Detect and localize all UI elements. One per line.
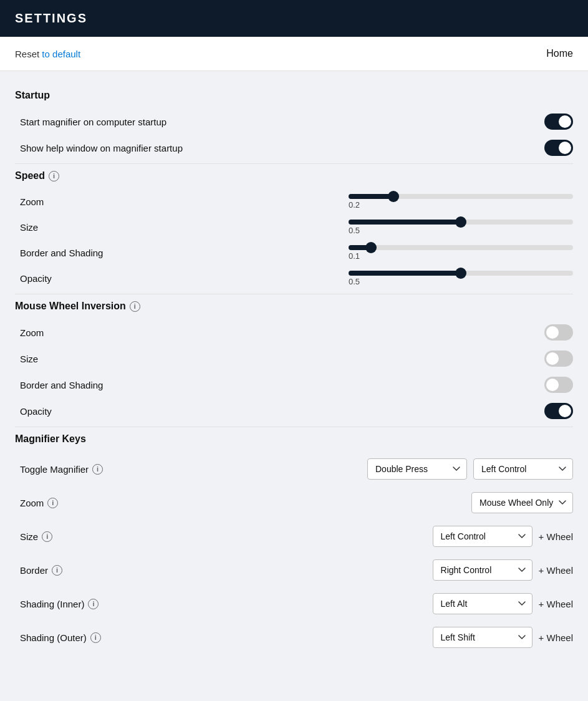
speed-size-label: Size (20, 222, 38, 233)
magkeys-shading-inner-plus-wheel: + Wheel (539, 599, 573, 609)
mwi-border-label: Border and Shading (20, 380, 103, 390)
home-link[interactable]: Home (546, 48, 573, 59)
startup-section-title: Startup (15, 90, 573, 101)
magkeys-zoom-row: Zoom i Mouse Wheel Only Left Control Rig… (15, 486, 573, 520)
magkeys-toggle-label-container: Toggle Magnifier i (20, 464, 170, 475)
magkeys-size-plus-wheel: + Wheel (539, 531, 573, 542)
magkeys-shading-outer-label: Shading (Outer) (20, 632, 87, 643)
speed-size-row: Size 0.5 (15, 215, 573, 240)
speed-border-row: Border and Shading 0.1 (15, 240, 573, 266)
mwi-size-toggle[interactable] (544, 350, 573, 367)
speed-zoom-label: Zoom (20, 196, 44, 207)
startup-toggle-1[interactable] (544, 140, 573, 156)
speed-opacity-row: Opacity 0.5 (15, 266, 573, 291)
speed-size-value: 0.5 (349, 226, 360, 235)
startup-label-1: Show help window on magnifier startup (20, 143, 183, 153)
magkeys-zoom-dropdown1[interactable]: Mouse Wheel Only Left Control Right Cont… (471, 492, 573, 513)
speed-info-icon[interactable]: i (49, 171, 59, 181)
settings-header: SETTINGS (0, 0, 588, 37)
magkeys-size-dropdown1[interactable]: Left Control Right Control Left Alt (433, 526, 533, 547)
magkeys-shading-inner-row: Shading (Inner) i Left Alt Left Control … (15, 587, 573, 621)
magkeys-zoom-label: Zoom (20, 498, 44, 508)
mwi-section-title: Mouse Wheel Inversion i (15, 301, 573, 312)
speed-border-value: 0.1 (349, 251, 360, 261)
magkeys-toggle-dropdown1[interactable]: Double Press Single Press (367, 458, 467, 480)
magkeys-size-row: Size i Left Control Right Control Left A… (15, 520, 573, 553)
reset-to-default-link[interactable]: Reset to default (15, 49, 80, 59)
mwi-info-icon[interactable]: i (130, 301, 140, 312)
magkeys-shading-inner-info-icon[interactable]: i (88, 599, 99, 609)
top-bar: Reset to default Home (0, 37, 588, 71)
speed-border-slider-container: 0.1 (349, 245, 573, 261)
magkeys-zoom-label-container: Zoom i (20, 498, 170, 508)
mwi-zoom-toggle[interactable] (544, 324, 573, 341)
magkeys-section-title: Magnifier Keys (15, 433, 573, 445)
magkeys-shading-inner-label-container: Shading (Inner) i (20, 599, 170, 609)
speed-opacity-slider[interactable] (349, 271, 573, 276)
magkeys-shading-outer-info-icon[interactable]: i (90, 632, 101, 643)
magkeys-toggle-info-icon[interactable]: i (92, 464, 103, 475)
speed-opacity-value: 0.5 (349, 277, 360, 286)
magkeys-border-row: Border i Right Control Left Control Left… (15, 553, 573, 587)
magkeys-size-label-container: Size i (20, 531, 170, 542)
magkeys-shading-inner-label: Shading (Inner) (20, 599, 84, 609)
speed-size-slider[interactable] (349, 220, 573, 225)
speed-size-slider-container: 0.5 (349, 220, 573, 235)
magkeys-shading-outer-plus-wheel: + Wheel (539, 632, 573, 643)
mwi-zoom-label: Zoom (20, 327, 44, 338)
mwi-opacity-row: Opacity (15, 398, 573, 424)
magkeys-toggle-dropdown2[interactable]: Left Control Right Control Left Alt Left… (473, 458, 573, 480)
reset-label-prefix: Reset (15, 49, 42, 59)
mwi-size-row: Size (15, 346, 573, 372)
magkeys-border-controls: Right Control Left Control Left Alt + Wh… (433, 559, 573, 581)
mwi-opacity-toggle[interactable] (544, 403, 573, 419)
startup-row-0: Start magnifier on computer startup (15, 109, 573, 135)
magkeys-size-label: Size (20, 531, 38, 542)
startup-row-1: Show help window on magnifier startup (15, 135, 573, 161)
settings-content: Startup Start magnifier on computer star… (0, 71, 588, 667)
mwi-zoom-row: Zoom (15, 319, 573, 346)
mwi-border-row: Border and Shading (15, 372, 573, 398)
mwi-size-label: Size (20, 354, 38, 364)
magkeys-border-info-icon[interactable]: i (52, 565, 62, 576)
magkeys-size-info-icon[interactable]: i (42, 531, 52, 542)
magkeys-size-controls: Left Control Right Control Left Alt + Wh… (433, 526, 573, 547)
magkeys-border-plus-wheel: + Wheel (539, 565, 573, 576)
magkeys-toggle-label: Toggle Magnifier (20, 464, 89, 475)
magkeys-zoom-info-icon[interactable]: i (47, 498, 58, 508)
speed-opacity-slider-container: 0.5 (349, 271, 573, 286)
magkeys-shading-inner-controls: Left Alt Left Control Right Control + Wh… (433, 593, 573, 614)
magkeys-shading-outer-label-container: Shading (Outer) i (20, 632, 170, 643)
startup-toggle-0[interactable] (544, 114, 573, 130)
reset-label-highlight: to default (42, 49, 80, 59)
speed-border-slider[interactable] (349, 245, 573, 250)
header-title: SETTINGS (15, 11, 87, 25)
speed-zoom-row: Zoom 0.2 (15, 189, 573, 215)
magkeys-border-dropdown1[interactable]: Right Control Left Control Left Alt (433, 559, 533, 581)
magkeys-shading-outer-controls: Left Shift Left Control Right Control + … (433, 627, 573, 648)
magkeys-shading-outer-row: Shading (Outer) i Left Shift Left Contro… (15, 621, 573, 654)
speed-opacity-label: Opacity (20, 273, 52, 284)
speed-zoom-value: 0.2 (349, 200, 360, 210)
startup-label-0: Start magnifier on computer startup (20, 117, 166, 127)
magkeys-toggle-controls: Double Press Single Press Left Control R… (367, 458, 573, 480)
magkeys-toggle-row: Toggle Magnifier i Double Press Single P… (15, 452, 573, 486)
speed-zoom-slider-container: 0.2 (349, 194, 573, 210)
magkeys-shading-inner-dropdown1[interactable]: Left Alt Left Control Right Control (433, 593, 533, 614)
mwi-border-toggle[interactable] (544, 377, 573, 393)
speed-border-label: Border and Shading (20, 248, 103, 258)
magkeys-border-label: Border (20, 565, 48, 576)
magkeys-border-label-container: Border i (20, 565, 170, 576)
mwi-opacity-label: Opacity (20, 406, 52, 417)
speed-section-title: Speed i (15, 170, 573, 181)
magkeys-shading-outer-dropdown1[interactable]: Left Shift Left Control Right Control (433, 627, 533, 648)
magkeys-zoom-controls: Mouse Wheel Only Left Control Right Cont… (471, 492, 573, 513)
speed-zoom-slider[interactable] (349, 194, 573, 199)
